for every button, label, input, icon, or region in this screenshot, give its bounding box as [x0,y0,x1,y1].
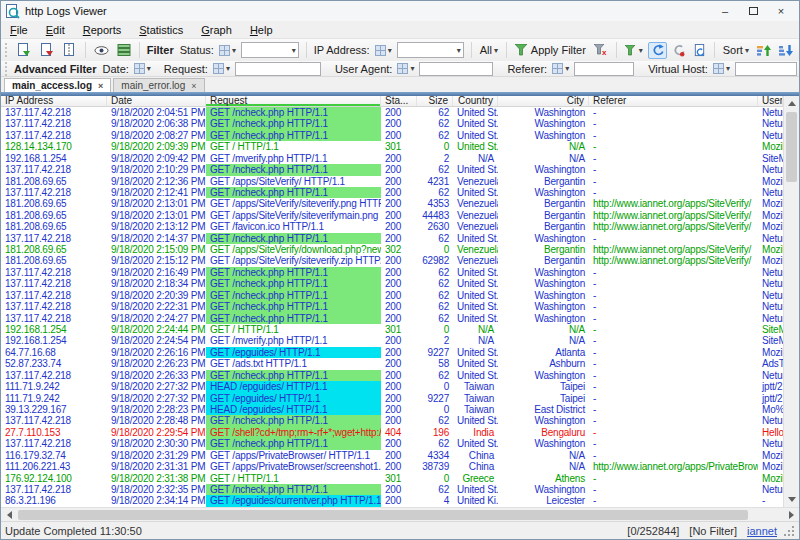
column-header-request[interactable]: Request [206,96,381,106]
table-row[interactable]: 39.13.229.1679/18/2020 2:28:23 PMHEAD /e… [1,404,783,415]
table-row[interactable]: 192.168.1.2549/18/2020 2:24:44 PMGET / H… [1,324,783,335]
all-dropdown-button[interactable]: All▾ [477,42,501,58]
table-row[interactable]: 137.117.42.2189/18/2020 2:24:27 PMGET /n… [1,313,783,324]
size-cell: 62 [417,438,453,449]
user-agent-filter-input[interactable] [419,62,493,76]
table-row[interactable]: 128.14.134.1709/18/2020 2:09:39 PMGET / … [1,141,783,152]
table-row[interactable]: 181.208.69.659/18/2020 2:13:01 PMGET /ap… [1,210,783,221]
sort-ascending-button[interactable] [754,42,774,59]
table-row[interactable]: 137.117.42.2189/18/2020 2:30:30 PMGET /n… [1,438,783,449]
ip-grid-dropdown[interactable]: ▾ [375,45,392,56]
table-row[interactable]: 86.3.21.1969/18/2020 2:34:14 PMGET /epgu… [1,495,783,506]
column-header-country[interactable]: Country [453,96,498,106]
status-filter-combobox[interactable]: ▾ [241,42,299,58]
user-agent-grid-dropdown[interactable]: ▾ [397,63,414,74]
scroll-up-icon[interactable] [784,96,799,111]
request-filter-input[interactable] [235,62,321,76]
referer-grid-dropdown[interactable]: ▾ [552,63,569,74]
close-tab-icon[interactable]: × [191,81,196,91]
close-button[interactable]: × [767,2,795,20]
request-cell: GET /ncheck.php HTTP/1.1 [206,438,381,449]
column-header-ip-address[interactable]: IP Address [1,96,107,106]
reload-file-button[interactable] [690,42,709,59]
tab-main-access-log[interactable]: main_access.log × [4,78,111,92]
sort-dropdown-button[interactable]: Sort▾ [720,42,752,58]
table-row[interactable]: 137.117.42.2189/18/2020 2:20:39 PMGET /n… [1,290,783,301]
table-row[interactable]: 137.117.42.2189/18/2020 2:22:31 PMGET /n… [1,301,783,312]
table-row[interactable]: 111.71.9.2429/18/2020 2:27:32 PMGET /epg… [1,393,783,404]
table-row[interactable]: 137.117.42.2189/18/2020 2:04:51 PMGET /n… [1,107,783,118]
open-zip-log-button[interactable] [59,41,80,60]
horizontal-scrollbar[interactable] [1,507,799,521]
table-row[interactable]: 64.77.16.689/18/2020 2:26:16 PMGET /epgu… [1,347,783,358]
table-row[interactable]: 176.92.124.1009/18/2020 2:31:38 PMGET / … [1,473,783,484]
iannet-link[interactable]: iannet [747,525,777,537]
table-row[interactable]: 181.208.69.659/18/2020 2:12:36 PMGET /ap… [1,176,783,187]
horizontal-scroll-thumb[interactable] [18,510,748,520]
maximize-button[interactable] [739,2,767,20]
column-header-sta[interactable]: Sta... [381,96,417,106]
table-row[interactable]: 137.117.42.2189/18/2020 2:26:33 PMGET /n… [1,370,783,381]
view-button[interactable] [91,42,112,59]
status-cell: 200 [381,290,417,301]
table-row[interactable]: 137.117.42.2189/18/2020 2:28:48 PMGET /n… [1,415,783,426]
column-header-date[interactable]: Date [107,96,206,106]
table-row[interactable]: 111.206.221.439/18/2020 2:31:31 PMGET /a… [1,461,783,472]
scroll-right-icon[interactable] [783,508,799,522]
status-cell: 200 [381,461,417,472]
virtual-host-filter-input[interactable] [735,62,797,76]
table-row[interactable]: 181.208.69.659/18/2020 2:15:12 PMGET /ap… [1,255,783,266]
menu-file[interactable]: File [1,22,37,38]
column-header-user-a[interactable]: User A [758,96,783,106]
table-row[interactable]: 181.208.69.659/18/2020 2:13:12 PMGET /fa… [1,221,783,232]
menu-statistics[interactable]: Statistics [130,22,192,38]
filter-options-dropdown[interactable]: ▾ [622,43,646,58]
vertical-scrollbar[interactable] [783,96,799,507]
menu-reports[interactable]: Reports [74,22,131,38]
table-row[interactable]: 137.117.42.2189/18/2020 2:14:37 PMGET /n… [1,233,783,244]
stop-refresh-button[interactable] [669,42,688,59]
table-row[interactable]: 181.208.69.659/18/2020 2:13:01 PMGET /ap… [1,198,783,209]
resize-grip[interactable] [783,525,795,537]
table-row[interactable]: 137.117.42.2189/18/2020 2:16:49 PMGET /n… [1,267,783,278]
table-row[interactable]: 137.117.42.2189/18/2020 2:10:29 PMGET /n… [1,164,783,175]
table-row[interactable]: 116.179.32.749/18/2020 2:31:29 PMGET /ap… [1,450,783,461]
clear-filter-button[interactable]: x [591,42,611,58]
vertical-scroll-thumb[interactable] [786,112,797,182]
ip-filter-combobox[interactable]: ▾ [397,42,464,58]
virtual-host-grid-dropdown[interactable]: ▾ [713,63,730,74]
table-row[interactable]: 111.71.9.2429/18/2020 2:27:32 PMHEAD /ep… [1,381,783,392]
table-row[interactable]: 192.168.1.2549/18/2020 2:09:42 PMGET /mv… [1,153,783,164]
scroll-left-icon[interactable] [1,508,17,522]
open-log-button[interactable] [13,41,34,60]
minimize-button[interactable]: – [711,2,739,20]
table-row[interactable]: 137.117.42.2189/18/2020 2:32:35 PMGET /n… [1,484,783,495]
table-row[interactable]: 137.117.42.2189/18/2020 2:08:27 PMGET /n… [1,130,783,141]
status-grid-dropdown[interactable]: ▾ [219,45,236,56]
request-grid-dropdown[interactable]: ▾ [213,63,230,74]
column-header-city[interactable]: City [498,96,589,106]
table-row[interactable]: 181.208.69.659/18/2020 2:15:09 PMGET /ap… [1,244,783,255]
table-row[interactable]: 137.117.42.2189/18/2020 2:06:38 PMGET /n… [1,118,783,129]
close-tab-icon[interactable]: × [98,81,103,91]
menu-edit[interactable]: Edit [37,22,74,38]
table-row[interactable]: 52.87.233.749/18/2020 2:26:23 PMGET /ads… [1,358,783,369]
date-grid-dropdown[interactable]: ▾ [134,63,151,74]
column-header-referer[interactable]: Referer [589,96,758,106]
table-row[interactable]: 137.117.42.2189/18/2020 2:18:34 PMGET /n… [1,278,783,289]
ip-address-cell: 137.117.42.218 [1,438,107,449]
tab-main-error-log[interactable]: main_error.log × [113,78,204,92]
apply-filter-button[interactable]: Apply Filter [512,42,589,58]
scroll-down-icon[interactable] [784,492,799,507]
referer-filter-input[interactable] [574,62,634,76]
table-row[interactable]: 137.117.42.2189/18/2020 2:12:41 PMGET /n… [1,187,783,198]
table-row[interactable]: 192.168.1.2549/18/2020 2:24:54 PMGET /mv… [1,335,783,346]
refresh-button[interactable] [648,42,667,59]
menu-graph[interactable]: Graph [192,22,241,38]
column-header-size[interactable]: Size [417,96,453,106]
menu-help[interactable]: Help [241,22,282,38]
close-log-button[interactable] [36,41,57,60]
table-row[interactable]: 27.7.110.1539/18/2020 2:29:54 PMGET /she… [1,427,783,438]
sort-descending-button[interactable] [776,42,796,59]
database-button[interactable] [114,41,134,59]
